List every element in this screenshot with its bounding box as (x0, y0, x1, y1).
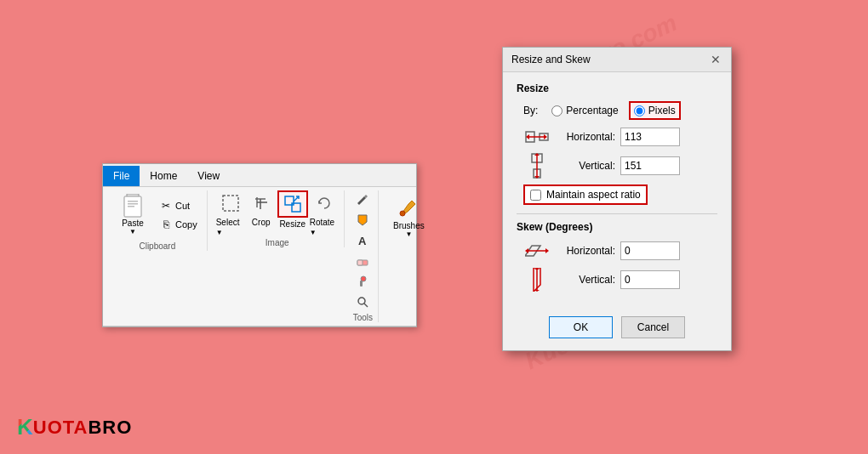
tab-view[interactable]: View (187, 166, 230, 186)
brushes-label: Brushes (393, 221, 425, 230)
crop-label: Crop (252, 218, 271, 227)
pixels-label: Pixels (648, 105, 676, 116)
svg-rect-16 (360, 281, 363, 287)
colorpick-button[interactable] (353, 272, 372, 291)
h-label: Horizontal: (556, 131, 615, 143)
brushes-group: Brushes ▼ (382, 190, 436, 241)
image-group-items: Select ▼ (216, 190, 339, 236)
svg-rect-3 (128, 203, 138, 205)
skew-v-label: Vertical: (556, 274, 615, 286)
tools-label: Tools (353, 313, 373, 322)
v-label: Vertical: (556, 160, 615, 172)
svg-point-19 (400, 211, 405, 216)
svg-marker-24 (544, 134, 547, 139)
rotate-icon (315, 194, 334, 213)
paint-window: File Home View (102, 163, 417, 327)
select-button[interactable] (216, 190, 245, 216)
logo: K UOTA BRO (17, 414, 132, 440)
fill-button[interactable] (353, 211, 372, 230)
cancel-button[interactable]: Cancel (621, 316, 685, 338)
rotate-label: Rotate ▼ (310, 218, 339, 236)
rotate-button[interactable] (310, 190, 339, 216)
crop-button[interactable] (247, 190, 276, 216)
resize-label: Resize (279, 219, 306, 229)
brushes-button[interactable]: Brushes ▼ (387, 190, 431, 241)
crop-icon (252, 194, 271, 213)
svg-marker-33 (545, 248, 549, 253)
cut-copy-btns: ✂ Cut ⎘ Copy (156, 197, 202, 233)
resize-horizontal-row: Horizontal: (523, 127, 717, 147)
skew-h-input[interactable] (620, 241, 680, 260)
dialog-divider (517, 213, 717, 214)
resize-skew-dialog: Resize and Skew ✕ Resize By: Percentage … (502, 47, 732, 351)
dialog-titlebar: Resize and Skew ✕ (503, 48, 731, 72)
tools-group: A Tools (348, 190, 379, 322)
svg-point-17 (358, 298, 365, 304)
copy-button[interactable]: ⎘ Copy (156, 216, 202, 233)
percentage-radio[interactable] (551, 105, 562, 116)
ribbon-content: Paste ▼ ✂ Cut ⎘ Copy Clipboard (103, 187, 416, 326)
logo-k: K (17, 414, 33, 440)
dialog-title: Resize and Skew (511, 54, 591, 65)
logo-uota: UOTA (33, 417, 89, 439)
logo-bro: BRO (88, 417, 132, 439)
tab-file[interactable]: File (103, 166, 140, 186)
ok-button[interactable]: OK (549, 316, 613, 338)
skew-section-label: Skew (Degrees) (517, 221, 717, 233)
paste-button[interactable]: Paste ▼ (113, 190, 152, 240)
skew-v-input[interactable] (620, 270, 680, 289)
pencil-button[interactable] (353, 190, 372, 209)
resize-v-icon (523, 152, 551, 179)
percentage-label: Percentage (566, 105, 618, 116)
cut-label: Cut (175, 201, 190, 211)
dialog-close-button[interactable]: ✕ (709, 53, 722, 66)
eraser-button[interactable] (353, 252, 372, 270)
resize-vertical-row: Vertical: (523, 152, 717, 179)
ribbon-tabs: File Home View (103, 164, 416, 187)
percentage-option[interactable]: Percentage (551, 105, 618, 116)
svg-rect-4 (128, 206, 134, 207)
clipboard-items: Paste ▼ ✂ Cut ⎘ Copy (113, 190, 202, 240)
magnify-button[interactable] (353, 292, 372, 311)
skew-h-icon (523, 240, 551, 262)
paste-dropdown: ▼ (129, 228, 136, 236)
clipboard-label: Clipboard (139, 241, 175, 251)
scissors-icon: ✂ (160, 200, 172, 212)
resize-section-label: Resize (517, 82, 717, 94)
tab-home[interactable]: Home (140, 166, 187, 186)
svg-rect-14 (357, 260, 363, 265)
text-button[interactable]: A (353, 231, 372, 250)
paste-icon (121, 195, 145, 218)
horizontal-input[interactable] (620, 128, 680, 146)
maintain-aspect-label[interactable]: Maintain aspect ratio (523, 184, 648, 205)
skew-h-label: Horizontal: (556, 245, 615, 257)
resize-by-row: By: Percentage Pixels (523, 101, 717, 120)
brushes-icon (395, 194, 422, 221)
clipboard-group: Paste ▼ ✂ Cut ⎘ Copy Clipboard (108, 190, 208, 251)
pixels-radio[interactable] (634, 105, 645, 116)
paste-label: Paste (122, 218, 144, 228)
cut-button[interactable]: ✂ Cut (156, 197, 202, 214)
resize-icon (283, 195, 302, 213)
skew-v-icon (523, 267, 551, 292)
maintain-aspect-checkbox[interactable] (530, 190, 541, 201)
skew-vertical-row: Vertical: (523, 267, 717, 292)
svg-rect-2 (128, 201, 138, 202)
maintain-aspect-row: Maintain aspect ratio (523, 184, 717, 205)
svg-rect-5 (223, 196, 238, 211)
resize-button[interactable] (277, 190, 308, 218)
resize-h-icon (523, 127, 551, 147)
by-label: By: (523, 105, 538, 116)
maintain-aspect-text: Maintain aspect ratio (546, 189, 641, 201)
svg-line-12 (294, 196, 299, 201)
tools-items: A (353, 190, 373, 311)
copy-label: Copy (175, 219, 197, 230)
pixels-option[interactable]: Pixels (629, 101, 681, 120)
image-group: Select ▼ (211, 190, 345, 247)
vertical-input[interactable] (620, 156, 680, 175)
dialog-buttons: OK Cancel (503, 308, 731, 350)
copy-icon: ⎘ (160, 218, 172, 230)
select-icon (221, 194, 240, 213)
image-label: Image (266, 238, 289, 247)
select-label: Select ▼ (216, 218, 245, 236)
